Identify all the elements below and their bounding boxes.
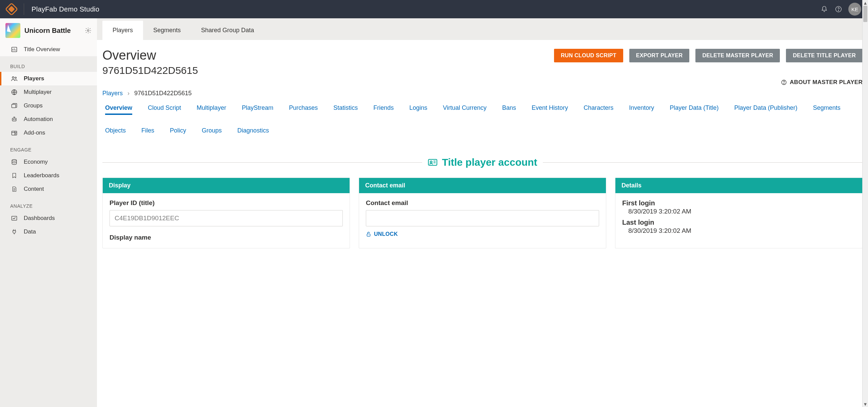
- svg-rect-7: [12, 104, 16, 108]
- studio-name[interactable]: PlayFab Demo Studio: [32, 5, 99, 13]
- player-id-title-label: Player ID (title): [110, 199, 343, 207]
- about-master-player-label: ABOUT MASTER PLAYER: [790, 79, 863, 86]
- first-login-label: First login: [622, 199, 855, 207]
- page-body: Overview RUN CLOUD SCRIPT EXPORT PLAYER …: [97, 40, 868, 407]
- sidebar-item-players[interactable]: Players: [0, 72, 97, 85]
- sidebar-item-label: Groups: [24, 102, 43, 109]
- contact-email-input[interactable]: [366, 210, 599, 226]
- sidebar-item-label: Economy: [24, 159, 48, 165]
- subtab-virtual-currency[interactable]: Virtual Currency: [443, 104, 487, 115]
- svg-point-9: [13, 119, 14, 120]
- sidebar-header: Unicorn Battle: [0, 18, 97, 43]
- sidebar-item-label: Title Overview: [24, 46, 60, 53]
- subtab-playstream[interactable]: PlayStream: [242, 104, 273, 115]
- svg-point-12: [12, 160, 16, 161]
- subtab-groups[interactable]: Groups: [202, 127, 222, 136]
- card-details: Details First login 8/30/2019 3:20:02 AM…: [615, 178, 863, 248]
- subtab-statistics[interactable]: Statistics: [333, 104, 358, 115]
- sidebar-item-content[interactable]: Content: [0, 182, 97, 196]
- unlock-button[interactable]: UNLOCK: [366, 231, 599, 237]
- last-login-value: 8/30/2019 3:20:02 AM: [622, 227, 855, 235]
- breadcrumb-current: 9761D51D422D5615: [134, 90, 192, 97]
- sidebar-item-label: Data: [24, 228, 36, 235]
- chevron-right-icon: ›: [127, 90, 130, 97]
- sidebar-item-label: Dashboards: [24, 215, 55, 222]
- lock-open-icon: [366, 231, 371, 237]
- sidebar-section-build: BUILD: [0, 56, 97, 72]
- subtab-diagnostics[interactable]: Diagnostics: [237, 127, 269, 136]
- top-bar: PlayFab Demo Studio KE: [0, 0, 868, 18]
- sidebar-item-multiplayer[interactable]: Multiplayer: [0, 85, 97, 99]
- id-card-icon: [428, 157, 438, 167]
- playfab-logo-icon[interactable]: [5, 2, 18, 16]
- sidebar-item-leaderboards[interactable]: Leaderboards: [0, 169, 97, 182]
- game-icon[interactable]: [5, 23, 20, 38]
- contact-email-label: Contact email: [366, 199, 599, 207]
- top-tabs: Players Segments Shared Group Data: [97, 18, 868, 40]
- tab-players[interactable]: Players: [102, 21, 143, 40]
- subtab-player-data-publisher[interactable]: Player Data (Publisher): [734, 104, 797, 115]
- subtab-bans[interactable]: Bans: [502, 104, 516, 115]
- section-title-player-account: Title player account: [102, 157, 863, 168]
- user-avatar[interactable]: KE: [848, 3, 861, 16]
- scroll-up-arrow-icon[interactable]: ▴: [863, 0, 868, 6]
- delete-title-player-button[interactable]: DELETE TITLE PLAYER: [786, 49, 863, 62]
- help-circle-icon: [781, 79, 787, 85]
- card-contact-header: Contact email: [359, 178, 606, 193]
- subtab-cloud-script[interactable]: Cloud Script: [148, 104, 181, 115]
- subtab-purchases[interactable]: Purchases: [289, 104, 318, 115]
- svg-rect-18: [367, 234, 370, 236]
- sidebar-section-analyze: ANALYZE: [0, 196, 97, 211]
- scroll-down-arrow-icon[interactable]: ▾: [863, 401, 868, 407]
- subtab-overview[interactable]: Overview: [105, 104, 132, 115]
- sidebar-item-economy[interactable]: Economy: [0, 155, 97, 169]
- game-title[interactable]: Unicorn Battle: [24, 27, 85, 35]
- subtab-objects[interactable]: Objects: [105, 127, 126, 136]
- sidebar-item-label: Automation: [24, 116, 53, 123]
- tab-segments[interactable]: Segments: [143, 21, 191, 40]
- tab-shared-group-data[interactable]: Shared Group Data: [191, 21, 264, 40]
- subtab-policy[interactable]: Policy: [170, 127, 186, 136]
- players-icon: [10, 75, 18, 82]
- svg-point-1: [838, 11, 839, 11]
- subtab-logins[interactable]: Logins: [409, 104, 427, 115]
- sidebar-item-label: Add-ons: [24, 129, 45, 136]
- subtab-files[interactable]: Files: [141, 127, 154, 136]
- master-player-id: 9761D51D422D5615: [102, 65, 863, 76]
- sidebar-item-dashboards[interactable]: Dashboards: [0, 211, 97, 225]
- window-scrollbar[interactable]: ▴ ▾: [862, 0, 868, 407]
- svg-point-15: [784, 83, 784, 84]
- bell-icon[interactable]: [817, 2, 831, 16]
- sidebar-item-data[interactable]: Data: [0, 225, 97, 239]
- card-details-header: Details: [615, 178, 862, 193]
- sidebar-section-engage: ENGAGE: [0, 140, 97, 155]
- sidebar-item-label: Players: [24, 75, 44, 82]
- svg-point-10: [15, 119, 16, 120]
- subtab-multiplayer[interactable]: Multiplayer: [197, 104, 226, 115]
- section-title-label: Title player account: [442, 157, 537, 168]
- run-cloud-script-button[interactable]: RUN CLOUD SCRIPT: [554, 49, 623, 62]
- breadcrumb-root[interactable]: Players: [102, 90, 123, 97]
- sidebar-item-automation[interactable]: Automation: [0, 113, 97, 126]
- player-id-title-input[interactable]: [110, 210, 343, 226]
- scroll-thumb[interactable]: [863, 6, 867, 22]
- sidebar-item-title-overview[interactable]: Title Overview: [0, 43, 97, 56]
- gear-icon[interactable]: [85, 27, 92, 34]
- subtab-player-data-title[interactable]: Player Data (Title): [670, 104, 718, 115]
- help-icon[interactable]: [831, 2, 846, 16]
- addon-icon: [10, 129, 18, 136]
- subtab-segments[interactable]: Segments: [813, 104, 841, 115]
- about-master-player-link[interactable]: ABOUT MASTER PLAYER: [781, 79, 863, 86]
- export-player-button[interactable]: EXPORT PLAYER: [629, 49, 690, 62]
- sidebar-item-label: Multiplayer: [24, 89, 52, 96]
- subtab-inventory[interactable]: Inventory: [629, 104, 654, 115]
- content-area: Players Segments Shared Group Data Overv…: [97, 18, 868, 407]
- delete-master-player-button[interactable]: DELETE MASTER PLAYER: [695, 49, 780, 62]
- subtab-characters[interactable]: Characters: [584, 104, 613, 115]
- sidebar-item-groups[interactable]: Groups: [0, 99, 97, 113]
- subtab-event-history[interactable]: Event History: [532, 104, 568, 115]
- subtab-friends[interactable]: Friends: [373, 104, 394, 115]
- sidebar-item-addons[interactable]: Add-ons: [0, 126, 97, 140]
- dashboard-icon: [10, 215, 18, 222]
- coins-icon: [10, 159, 18, 165]
